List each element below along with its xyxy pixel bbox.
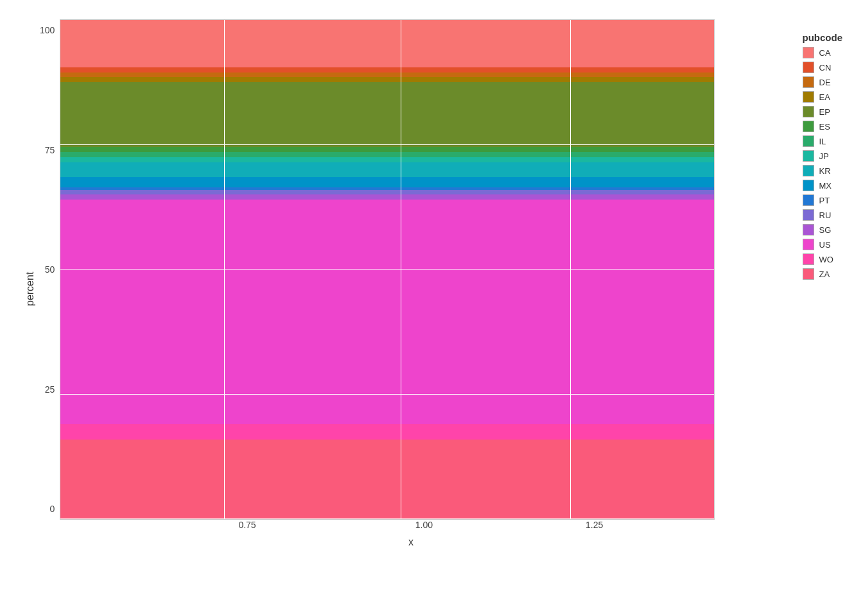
bar-segment-ru [60, 190, 714, 195]
legend-color-sg [803, 224, 814, 235]
legend-label-us: US [819, 240, 831, 250]
y-tick-50: 50 [45, 265, 55, 274]
legend-color-jp [803, 150, 814, 162]
legend-item-cn: CN [803, 62, 843, 73]
legend-color-de [803, 76, 814, 88]
legend-items: CA CN DE EA EP ES IL JP KR MX [803, 47, 843, 283]
legend-item-es: ES [803, 121, 843, 132]
y-tick-0: 0 [50, 504, 55, 513]
legend-label-kr: KR [819, 166, 831, 176]
legend-label-es: ES [819, 122, 830, 132]
h-grid-line-100 [60, 19, 714, 20]
x-tick-075: 0.75 [238, 520, 256, 530]
legend-title: pubcode [803, 32, 843, 43]
legend: pubcode CA CN DE EA EP ES IL JP KR [803, 32, 843, 283]
legend-color-ep [803, 106, 814, 117]
legend-label-de: DE [819, 78, 831, 87]
legend-item-ru: RU [803, 209, 843, 221]
legend-label-ep: EP [819, 107, 830, 117]
v-grid-line-52 [401, 20, 401, 519]
plot-with-yaxis: 100 75 50 25 0 [40, 19, 790, 520]
x-axis-area: 0.75 1.00 1.25 x [83, 520, 738, 548]
bar-segment-us [60, 200, 714, 424]
legend-label-jp: JP [819, 151, 829, 161]
legend-label-mx: MX [819, 181, 832, 191]
bar-segment-za [60, 440, 714, 519]
legend-label-sg: SG [819, 225, 832, 235]
legend-color-wo [803, 253, 814, 265]
legend-label-wo: WO [819, 255, 833, 264]
legend-item-il: IL [803, 135, 843, 147]
legend-color-ea [803, 91, 814, 103]
bar-segment-sg [60, 194, 714, 200]
bar-segment-ea [60, 77, 714, 82]
y-axis-ticks: 100 75 50 25 0 [40, 26, 60, 513]
legend-color-za [803, 268, 814, 280]
legend-item-mx: MX [803, 180, 843, 191]
chart-container: percent 100 75 50 25 0 [0, 0, 863, 616]
bar-segment-kr [60, 162, 714, 177]
legend-item-za: ZA [803, 268, 843, 280]
legend-item-us: US [803, 239, 843, 250]
legend-color-mx [803, 180, 814, 191]
bar-segment-ca [60, 19, 714, 67]
y-axis-label: percent [21, 38, 40, 539]
legend-color-us [803, 239, 814, 250]
bar-segment-ep [60, 82, 714, 147]
legend-label-pt: PT [819, 196, 830, 205]
x-axis-label: x [408, 536, 414, 548]
legend-item-jp: JP [803, 150, 843, 162]
h-grid-line-25 [60, 394, 714, 395]
legend-color-ru [803, 209, 814, 221]
h-grid-line-0 [60, 518, 714, 519]
bar-segment-pt [60, 187, 714, 190]
legend-item-kr: KR [803, 165, 843, 176]
plot-section: 100 75 50 25 0 0.75 [40, 19, 790, 548]
bar-segment-il [60, 152, 714, 157]
legend-item-ep: EP [803, 106, 843, 117]
legend-item-ca: CA [803, 47, 843, 58]
legend-label-cn: CN [819, 63, 832, 73]
v-grid-line-25 [224, 20, 225, 519]
bar-segment-mx [60, 177, 714, 187]
legend-label-ru: RU [819, 210, 832, 220]
bar-segment-wo [60, 424, 714, 439]
legend-label-ca: CA [819, 48, 831, 58]
bar-segment-cn [60, 67, 714, 73]
legend-item-ea: EA [803, 91, 843, 103]
legend-color-cn [803, 62, 814, 73]
legend-label-ea: EA [819, 92, 830, 102]
legend-label-il: IL [819, 137, 826, 146]
legend-item-wo: WO [803, 253, 843, 265]
h-grid-line-50 [60, 269, 714, 270]
chart-area: percent 100 75 50 25 0 [21, 19, 842, 597]
legend-color-il [803, 135, 814, 147]
legend-color-pt [803, 194, 814, 206]
legend-item-pt: PT [803, 194, 843, 206]
plot-frame [60, 19, 715, 520]
legend-label-za: ZA [819, 270, 830, 279]
y-tick-25: 25 [45, 385, 55, 394]
x-tick-100: 1.00 [415, 520, 433, 530]
bar-segment-jp [60, 157, 714, 162]
x-ticks-row: 0.75 1.00 1.25 [83, 520, 738, 533]
y-tick-100: 100 [40, 26, 55, 35]
legend-color-kr [803, 165, 814, 176]
legend-color-es [803, 121, 814, 132]
v-grid-line-78 [570, 20, 571, 519]
legend-item-sg: SG [803, 224, 843, 235]
y-tick-75: 75 [45, 146, 55, 155]
legend-color-ca [803, 47, 814, 58]
h-grid-line-75 [60, 144, 714, 145]
bar-segment-de [60, 73, 714, 78]
legend-item-de: DE [803, 76, 843, 88]
bar-segment-es [60, 147, 714, 152]
stacked-bar [60, 20, 714, 519]
x-tick-125: 1.25 [586, 520, 603, 530]
